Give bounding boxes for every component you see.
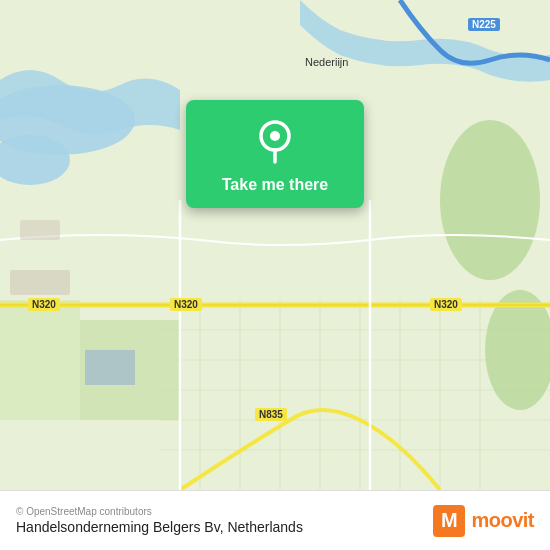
svg-point-18 (440, 120, 540, 280)
copyright-text: © OpenStreetMap contributors (16, 506, 303, 517)
road-label-n225: N225 (468, 18, 500, 31)
map-container: Nederiijn N225 N320 N320 N320 N835 Take … (0, 0, 550, 490)
place-name: Handelsonderneming Belgers Bv, Netherlan… (16, 519, 303, 535)
location-card[interactable]: Take me there (186, 100, 364, 208)
road-label-n320-right: N320 (430, 298, 462, 311)
road-label-n320-left: N320 (28, 298, 60, 311)
take-me-there-label: Take me there (222, 176, 328, 194)
svg-rect-26 (20, 220, 60, 240)
svg-point-28 (270, 131, 280, 141)
svg-rect-3 (0, 300, 80, 420)
bottom-bar-info: © OpenStreetMap contributors Handelsonde… (16, 506, 303, 535)
svg-rect-25 (10, 270, 70, 295)
bottom-bar: © OpenStreetMap contributors Handelsonde… (0, 490, 550, 550)
town-label-nederijn: Nederiijn (305, 56, 348, 68)
road-label-n320-mid: N320 (170, 298, 202, 311)
road-label-n835: N835 (255, 408, 287, 421)
moovit-logo: M moovit (433, 505, 534, 537)
svg-rect-20 (85, 350, 135, 385)
moovit-logo-icon: M (433, 505, 465, 537)
moovit-logo-text: moovit (471, 509, 534, 532)
location-pin-icon (251, 118, 299, 166)
